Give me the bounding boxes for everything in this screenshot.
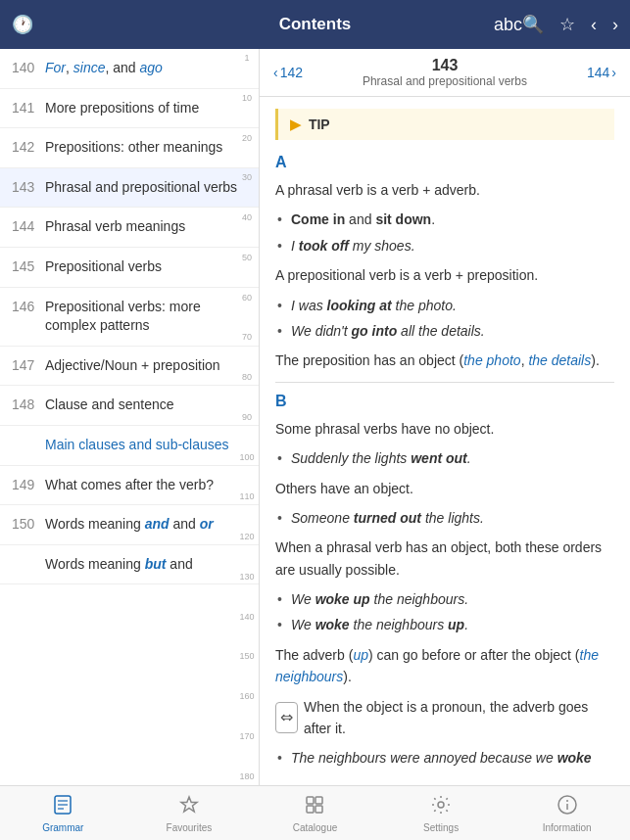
bullet-1: Come in and sit down. [275, 209, 614, 230]
tip-label: TIP [309, 117, 330, 132]
tab-settings-label: Settings [423, 822, 459, 833]
toc-label: More prepositions of time [45, 99, 199, 118]
para-4: Some phrasal verbs have no object. [275, 418, 614, 440]
toc-label: Prepositional verbs: more complex patter… [45, 298, 247, 336]
header-title: Contents [279, 15, 352, 34]
content-panel: ‹ 142 143 Phrasal and prepositional verb… [260, 49, 630, 785]
toc-item-147[interactable]: 147 Adjective/Noun + preposition [0, 347, 259, 387]
current-page-title: Phrasal and prepositional verbs [363, 74, 527, 88]
tab-favourites[interactable]: Favourites [126, 794, 253, 833]
toc-label: Clause and sentence [45, 396, 174, 415]
link-icon: ⇔ [275, 702, 298, 733]
toc-number: 149 [12, 476, 39, 492]
toc-number: 150 [12, 515, 39, 532]
toc-label: Phrasal and prepositional verbs [45, 178, 237, 198]
bullet-6: Someone turned out the lights. [275, 507, 614, 529]
tab-grammar-label: Grammar [42, 822, 83, 833]
search-icon[interactable]: abc🔍 [494, 14, 544, 35]
page-nav: ‹ 142 143 Phrasal and prepositional verb… [260, 49, 630, 97]
toc-number [12, 436, 39, 437]
toc-number: 147 [12, 356, 39, 373]
next-page-num[interactable]: 144 [587, 65, 609, 80]
star-icon[interactable]: ☆ [559, 14, 575, 35]
main-area: 140 For, since, and ago 141 More preposi… [0, 49, 630, 785]
tab-catalogue[interactable]: Catalogue [252, 794, 378, 833]
grammar-icon [52, 794, 73, 820]
toc-number [12, 555, 39, 556]
para-8-text: When the object is a pronoun, the adverb… [304, 696, 614, 740]
toc-item-main-clauses-heading[interactable]: Main clauses and sub-clauses [0, 426, 259, 466]
bullet-5: Suddenly the lights went out. [275, 447, 614, 469]
para-3: The preposition has an object (the photo… [275, 350, 614, 371]
tab-information-label: Information [543, 822, 592, 833]
tab-favourites-label: Favourites [167, 822, 213, 833]
svg-rect-5 [307, 797, 314, 804]
para-6: When a phrasal verb has an object, both … [275, 537, 614, 581]
app-header: 🕐 Contents abc🔍 ☆ ‹ › [0, 0, 630, 49]
toc-item-148[interactable]: 148 Clause and sentence [0, 386, 259, 426]
tab-grammar[interactable]: Grammar [0, 794, 126, 833]
svg-rect-7 [307, 806, 314, 813]
toc-item-149[interactable]: 149 What comes after the verb? [0, 466, 259, 506]
forward-icon[interactable]: › [612, 15, 618, 35]
toc-item-words-but[interactable]: Words meaning but and [0, 545, 259, 585]
toc-label: Prepositions: other meanings [45, 138, 222, 158]
toc-item-150[interactable]: 150 Words meaning and and or [0, 505, 259, 545]
toc-number: 141 [12, 99, 39, 116]
toc-number: 145 [12, 257, 39, 274]
current-page-info: 143 Phrasal and prepositional verbs [363, 57, 527, 88]
toc-item-146[interactable]: 146 Prepositional verbs: more complex pa… [0, 288, 259, 347]
toc-panel: 140 For, since, and ago 141 More preposi… [0, 49, 260, 785]
toc-number: 146 [12, 298, 39, 314]
tab-catalogue-label: Catalogue [293, 822, 338, 833]
chevron-left-icon: ‹ [273, 65, 278, 80]
toc-label: What comes after the verb? [45, 476, 214, 495]
bullet-4: We didn't go into all the details. [275, 320, 614, 342]
back-icon[interactable]: ‹ [591, 15, 597, 35]
bullet-3: I was looking at the photo. [275, 295, 614, 316]
toc-label: Words meaning but and [45, 555, 193, 575]
clock-icon: 🕐 [12, 14, 33, 35]
toc-number: 148 [12, 396, 39, 412]
information-icon [557, 794, 578, 820]
section-a-heading: A [275, 154, 614, 171]
toc-label: Adjective/Noun + preposition [45, 356, 220, 376]
catalogue-icon [304, 794, 325, 820]
favourites-icon [178, 794, 200, 820]
svg-point-9 [438, 802, 444, 808]
svg-rect-8 [315, 806, 322, 813]
svg-rect-6 [315, 797, 322, 804]
chevron-right-icon: › [611, 65, 616, 80]
para-2: A prepositional verb is a verb + preposi… [275, 264, 614, 286]
toc-label: For, since, and ago [45, 59, 163, 78]
para-5: Others have an object. [275, 478, 614, 499]
svg-point-11 [566, 800, 568, 802]
toc-item-144[interactable]: 144 Phrasal verb meanings [0, 208, 259, 248]
toc-item-142[interactable]: 142 Prepositions: other meanings [0, 128, 259, 168]
tab-settings[interactable]: Settings [378, 794, 505, 833]
prev-page-button[interactable]: ‹ 142 [273, 65, 303, 80]
next-page-button[interactable]: 144 › [587, 65, 616, 80]
toc-number: 143 [12, 178, 39, 195]
tab-information[interactable]: Information [504, 794, 630, 833]
toc-label: Phrasal verb meanings [45, 217, 185, 237]
toc-number: 142 [12, 138, 39, 155]
para-8-wrapper: ⇔ When the object is a pronoun, the adve… [275, 696, 614, 740]
para-1: A phrasal verb is a verb + adverb. [275, 179, 614, 201]
bullet-2: I took off my shoes. [275, 235, 614, 257]
toc-item-143[interactable]: 143 Phrasal and prepositional verbs [0, 168, 259, 209]
toc-label: Prepositional verbs [45, 257, 162, 277]
toc-label: Main clauses and sub-clauses [45, 436, 229, 455]
para-7: The adverb (up) can go before or after t… [275, 644, 614, 688]
toc-item-145[interactable]: 145 Prepositional verbs [0, 248, 259, 288]
prev-page-num[interactable]: 142 [280, 65, 303, 80]
toc-number: 144 [12, 217, 39, 234]
bullet-8: We woke the neighbours up. [275, 614, 614, 635]
toc-item-140[interactable]: 140 For, since, and ago [0, 49, 259, 89]
section-b-heading: B [275, 393, 614, 410]
toc-label: Words meaning and and or [45, 515, 214, 535]
tab-bar: Grammar Favourites Catalogue Set [0, 785, 630, 840]
toc-item-141[interactable]: 141 More prepositions of time [0, 89, 259, 129]
tip-box: ▶ TIP [275, 109, 614, 140]
bullet-9: The neighbours were annoyed because we w… [275, 747, 614, 769]
